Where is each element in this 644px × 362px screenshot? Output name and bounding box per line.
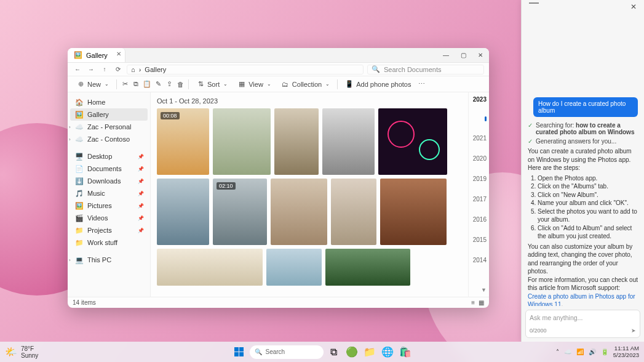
chevron-right-icon[interactable]: ›	[69, 124, 71, 130]
sidebar-item-home[interactable]: 🏠Home	[70, 96, 148, 108]
close-tab-icon[interactable]: ✕	[116, 50, 121, 57]
timeline-year[interactable]: 2017	[473, 196, 487, 203]
photo-thumbnail[interactable]	[322, 108, 375, 175]
pin-icon[interactable]: 📌	[138, 203, 144, 209]
sidebar-item-this-pc[interactable]: ›💻This PC	[70, 254, 148, 266]
taskbar-search[interactable]: 🔍Search	[250, 345, 324, 359]
documents-icon: 📄	[75, 164, 84, 173]
sidebar-item-projects[interactable]: 📁Projects📌	[70, 224, 148, 236]
pin-icon[interactable]: 📌	[138, 191, 144, 196]
sidebar-item-documents[interactable]: 📄Documents📌	[70, 163, 148, 175]
start-button[interactable]	[232, 345, 247, 360]
photo-thumbnail[interactable]: 00:08	[157, 108, 209, 175]
sidebar-item-music[interactable]: 🎵Music📌	[70, 187, 148, 199]
reference-link[interactable]: Create a photo album in Photos app for W…	[528, 293, 635, 307]
sidebar-item-videos[interactable]: 🎬Videos📌	[70, 212, 148, 224]
view-button[interactable]: ▦View⌄	[234, 79, 275, 90]
date-range-label: Oct 1 - Oct 28, 2023	[157, 97, 225, 105]
photo-thumbnail[interactable]	[213, 108, 271, 175]
sort-button[interactable]: ⇅Sort⌄	[193, 79, 231, 90]
list-view-icon[interactable]: ≡	[471, 299, 475, 306]
taskview-button[interactable]: ⧉	[327, 345, 341, 360]
paste-icon[interactable]: 📋	[143, 80, 151, 89]
photo-thumbnail[interactable]	[266, 249, 322, 286]
tray-chevron-icon[interactable]: ˄	[556, 348, 559, 355]
up-button[interactable]: ↑	[100, 66, 109, 73]
cut-icon[interactable]: ✂	[121, 80, 129, 89]
collection-button[interactable]: 🗂Collection⌄	[277, 79, 333, 90]
chevron-right-icon[interactable]: ›	[69, 257, 71, 263]
forward-button[interactable]: →	[86, 66, 96, 73]
sidebar-item-downloads[interactable]: ⬇️Downloads📌	[70, 175, 148, 187]
tab-label: Gallery	[86, 52, 108, 59]
photo-thumbnail[interactable]	[325, 249, 410, 286]
volume-tray-icon[interactable]: 🔊	[589, 348, 596, 355]
timeline-year[interactable]: 2015	[473, 236, 487, 243]
explorer-taskbar-icon[interactable]: 📁	[362, 345, 377, 360]
photo-thumbnail[interactable]	[271, 179, 327, 245]
sidebar-item-desktop[interactable]: 🖥️Desktop📌	[70, 150, 148, 163]
ask-input[interactable]	[530, 314, 636, 321]
store-taskbar-icon[interactable]: 🛍️	[398, 345, 413, 360]
timeline-year[interactable]: 2023	[473, 96, 487, 103]
maximize-button[interactable]: ▢	[455, 48, 472, 63]
year-timeline[interactable]: 2023 2021 2020 2019 2017 2016 2015 2014 …	[468, 92, 489, 297]
grid-view-icon[interactable]: ▦	[479, 299, 484, 306]
photo-thumbnail[interactable]	[380, 179, 447, 245]
timeline-year[interactable]: 2014	[473, 257, 487, 263]
search-placeholder: Search Documents	[384, 66, 442, 73]
timeline-year[interactable]: 2016	[473, 216, 487, 223]
sidebar-item-gallery[interactable]: 🖼️Gallery	[70, 108, 148, 121]
pin-icon[interactable]: 📌	[138, 166, 144, 172]
copilot-button[interactable]: 🟢	[344, 345, 359, 360]
timeline-year[interactable]: 2019	[473, 175, 487, 182]
photo-thumbnail[interactable]	[274, 108, 319, 175]
drag-handle-icon[interactable]	[529, 2, 539, 4]
chevron-right-icon: ›	[139, 66, 141, 73]
send-icon[interactable]: ➤	[631, 328, 636, 334]
breadcrumb-text: Gallery	[145, 66, 166, 73]
status-bar: 14 items ≡ ▦	[68, 297, 489, 308]
clock[interactable]: 11:11 AM5/23/2023	[613, 345, 639, 358]
minimize-button[interactable]: ―	[437, 48, 455, 63]
refresh-button[interactable]: ⟳	[113, 66, 123, 73]
chevron-down-icon: ⌄	[325, 81, 330, 87]
pin-icon[interactable]: 📌	[138, 215, 144, 221]
wifi-tray-icon[interactable]: 📶	[576, 348, 584, 355]
scroll-down-icon[interactable]: ▼	[481, 287, 487, 293]
close-button[interactable]: ✕	[472, 48, 489, 63]
chevron-right-icon[interactable]: ›	[69, 137, 71, 142]
new-button[interactable]: ⊕New⌄	[73, 79, 113, 90]
sidebar-item-zac-contoso[interactable]: ›☁️Zac - Contoso	[70, 133, 148, 145]
timeline-year[interactable]: 2021	[473, 135, 487, 142]
pin-icon[interactable]: 📌	[138, 228, 144, 233]
onedrive-tray-icon[interactable]: ☁️	[564, 348, 571, 355]
photo-thumbnail[interactable]	[157, 179, 209, 245]
photo-thumbnail[interactable]	[157, 249, 263, 286]
taskbar: 🌤️ 78°FSunny 🔍Search ⧉ 🟢 📁 🌐 🛍️ ˄ ☁️ 📶 🔊…	[0, 342, 644, 362]
pin-icon[interactable]: 📌	[138, 179, 144, 184]
search-input[interactable]: 🔍 Search Documents	[367, 65, 484, 74]
battery-tray-icon[interactable]: 🔋	[601, 348, 608, 355]
sidebar-item-zac-personal[interactable]: ›☁️Zac - Personal	[70, 121, 148, 133]
rename-icon[interactable]: ✎	[154, 80, 162, 89]
photo-thumbnail[interactable]	[378, 108, 447, 175]
tab-gallery[interactable]: 🖼️ Gallery ✕	[68, 48, 125, 62]
ask-input-box[interactable]: 0/2000 ➤	[525, 310, 640, 338]
copy-icon[interactable]: ⧉	[132, 80, 140, 89]
weather-widget[interactable]: 🌤️ 78°FSunny	[5, 345, 38, 359]
sidebar-item-work-stuff[interactable]: 📁Work stuff	[70, 236, 148, 249]
photo-thumbnail[interactable]: 02:10	[213, 179, 267, 245]
edge-taskbar-icon[interactable]: 🌐	[380, 345, 395, 360]
back-button[interactable]: ←	[73, 66, 82, 73]
close-panel-button[interactable]: ✕	[630, 2, 637, 11]
breadcrumb[interactable]: ⌂ › Gallery	[127, 65, 364, 74]
more-icon[interactable]: ⋯	[417, 80, 426, 89]
delete-icon[interactable]: 🗑	[176, 80, 185, 89]
timeline-year[interactable]: 2020	[473, 155, 487, 162]
photo-thumbnail[interactable]	[331, 179, 376, 245]
sidebar-item-pictures[interactable]: 🖼️Pictures📌	[70, 199, 148, 212]
add-phone-photos-button[interactable]: 📱Add phone photos	[341, 79, 415, 90]
pin-icon[interactable]: 📌	[138, 154, 144, 159]
share-icon[interactable]: ⇪	[165, 80, 173, 89]
